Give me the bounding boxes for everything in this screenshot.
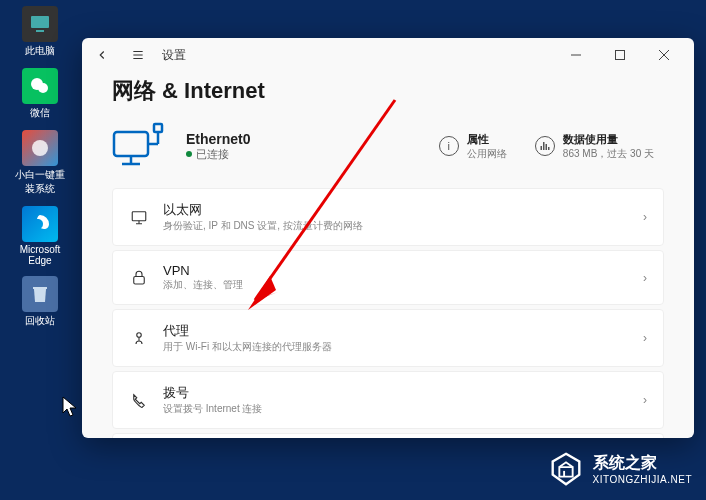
svg-rect-5 bbox=[33, 287, 47, 289]
chevron-right-icon: › bbox=[643, 393, 647, 407]
stat-title: 属性 bbox=[467, 132, 507, 147]
svg-rect-13 bbox=[154, 124, 162, 132]
menu-button[interactable] bbox=[126, 43, 150, 67]
desktop-label: 此电脑 bbox=[12, 44, 68, 58]
settings-list: 以太网 身份验证, IP 和 DNS 设置, 按流量计费的网络 › VPN 添加… bbox=[112, 188, 664, 438]
connection-name: Ethernet0 bbox=[186, 131, 251, 147]
item-title: 以太网 bbox=[163, 201, 629, 219]
list-item-proxy[interactable]: 代理 用于 Wi-Fi 和以太网连接的代理服务器 › bbox=[112, 309, 664, 367]
desktop-icon-tool[interactable]: 小白一键重装系统 bbox=[12, 130, 68, 196]
content: 网络 & Internet Ethernet0 已连接 bbox=[82, 72, 694, 438]
back-button[interactable] bbox=[90, 43, 114, 67]
item-desc: 设置拨号 Internet 连接 bbox=[163, 402, 629, 416]
proxy-icon bbox=[129, 328, 149, 348]
item-title: 拨号 bbox=[163, 384, 629, 402]
recycle-bin-icon bbox=[22, 276, 58, 312]
svg-rect-14 bbox=[132, 212, 146, 221]
svg-point-3 bbox=[38, 83, 48, 93]
wechat-icon bbox=[22, 68, 58, 104]
svg-rect-17 bbox=[134, 276, 145, 284]
list-item-ethernet[interactable]: 以太网 身份验证, IP 和 DNS 设置, 按流量计费的网络 › bbox=[112, 188, 664, 246]
pc-icon bbox=[22, 6, 58, 42]
watermark-logo-icon bbox=[547, 450, 585, 488]
desktop-label: 小白一键重装系统 bbox=[12, 168, 68, 196]
dialup-icon bbox=[129, 390, 149, 410]
list-item-dialup[interactable]: 拨号 设置拨号 Internet 连接 › bbox=[112, 371, 664, 429]
svg-rect-0 bbox=[31, 16, 49, 28]
list-item-vpn[interactable]: VPN 添加、连接、管理 › bbox=[112, 250, 664, 305]
desktop-icon-wechat[interactable]: 微信 bbox=[12, 68, 68, 120]
usage-stat[interactable]: 数据使用量 863 MB，过去 30 天 bbox=[525, 132, 664, 161]
status-dot-icon bbox=[186, 151, 192, 157]
vpn-icon bbox=[129, 268, 149, 288]
desktop-icon-pc[interactable]: 此电脑 bbox=[12, 6, 68, 58]
svg-point-4 bbox=[32, 140, 48, 156]
minimize-button[interactable] bbox=[554, 40, 598, 70]
desktop-icon-edge[interactable]: Microsoft Edge bbox=[12, 206, 68, 266]
chevron-right-icon: › bbox=[643, 331, 647, 345]
item-title: VPN bbox=[163, 263, 629, 278]
svg-rect-8 bbox=[114, 132, 148, 156]
desktop-label: Microsoft Edge bbox=[12, 244, 68, 266]
desktop-label: 回收站 bbox=[12, 314, 68, 328]
item-title: 代理 bbox=[163, 322, 629, 340]
desktop-icons: 此电脑 微信 小白一键重装系统 Microsoft Edge 回收站 bbox=[0, 0, 80, 338]
page-title: 网络 & Internet bbox=[112, 76, 664, 106]
svg-rect-1 bbox=[36, 30, 44, 32]
mouse-cursor-icon bbox=[62, 396, 78, 418]
edge-icon bbox=[22, 206, 58, 242]
stat-value: 公用网络 bbox=[467, 147, 507, 161]
settings-window: 设置 网络 & Internet bbox=[82, 38, 694, 438]
close-button[interactable] bbox=[642, 40, 686, 70]
stat-title: 数据使用量 bbox=[563, 132, 654, 147]
chevron-right-icon: › bbox=[643, 271, 647, 285]
desktop-icon-bin[interactable]: 回收站 bbox=[12, 276, 68, 328]
item-desc: 添加、连接、管理 bbox=[163, 278, 629, 292]
tool-icon bbox=[22, 130, 58, 166]
item-desc: 用于 Wi-Fi 和以太网连接的代理服务器 bbox=[163, 340, 629, 354]
window-title: 设置 bbox=[162, 47, 186, 64]
watermark: 系统之家 XITONGZHIJIA.NET bbox=[547, 450, 693, 488]
ethernet-icon bbox=[129, 207, 149, 227]
chevron-right-icon: › bbox=[643, 210, 647, 224]
network-icon bbox=[112, 122, 168, 170]
titlebar: 设置 bbox=[82, 38, 694, 72]
maximize-button[interactable] bbox=[598, 40, 642, 70]
usage-icon bbox=[535, 136, 555, 156]
connection-status: Ethernet0 已连接 i 属性 公用网络 bbox=[112, 122, 664, 170]
stat-value: 863 MB，过去 30 天 bbox=[563, 147, 654, 161]
item-desc: 身份验证, IP 和 DNS 设置, 按流量计费的网络 bbox=[163, 219, 629, 233]
info-icon: i bbox=[439, 136, 459, 156]
desktop-label: 微信 bbox=[12, 106, 68, 120]
watermark-url: XITONGZHIJIA.NET bbox=[593, 474, 693, 485]
watermark-name: 系统之家 bbox=[593, 453, 693, 474]
properties-stat[interactable]: i 属性 公用网络 bbox=[429, 132, 517, 161]
svg-point-18 bbox=[137, 333, 142, 338]
svg-rect-7 bbox=[616, 51, 625, 60]
connection-status-text: 已连接 bbox=[186, 147, 251, 162]
list-item-advanced[interactable]: 高级网络设置 › bbox=[112, 433, 664, 438]
connection-info: Ethernet0 已连接 bbox=[186, 131, 251, 162]
